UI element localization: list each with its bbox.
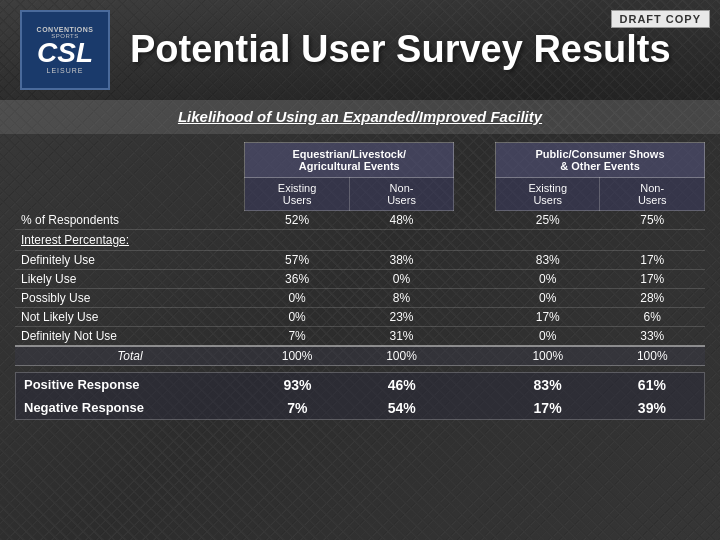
sub-spacer-2: [454, 178, 496, 211]
cell-defnot-spacer: [454, 327, 496, 347]
cell-pos-eq-exist: 0%: [245, 289, 349, 308]
col-public-nonusers: Non- Users: [600, 178, 705, 211]
cell-def-pub-exist: 83%: [496, 251, 600, 270]
cell-total-eq-non: 100%: [349, 346, 453, 366]
cell-neg-resp-pub-exist: 17%: [495, 396, 599, 419]
page-title: Potential User Survey Results: [130, 29, 671, 71]
logo-leisure: LEISURE: [47, 67, 84, 74]
label-not-likely-use: Not Likely Use: [15, 308, 245, 327]
cell-total-pub-non: 100%: [600, 346, 705, 366]
cell-defnot-pub-non: 33%: [600, 327, 705, 347]
cell-lik-pub-exist: 0%: [496, 270, 600, 289]
row-total: Total 100% 100% 100% 100%: [15, 346, 705, 366]
cell-pos-resp-pub-exist: 83%: [495, 373, 599, 396]
cell-total-spacer: [454, 346, 496, 366]
subtitle: Likelihood of Using an Expanded/Improved…: [178, 108, 542, 125]
row-definitely-not-use: Definitely Not Use 7% 31% 0% 33%: [15, 327, 705, 347]
cell-notlik-eq-non: 23%: [349, 308, 453, 327]
cell-pos-resp-eq-non: 46%: [350, 373, 454, 396]
row-pct-respondents: % of Respondents 52% 48% 25% 75%: [15, 211, 705, 230]
cell-total-pub-exist: 100%: [496, 346, 600, 366]
bottom-section: Positive Response 93% 46% 83% 61% Negati…: [15, 372, 705, 420]
logo-conventions: CONVENTIONS: [37, 26, 94, 33]
cell-pos-eq-non: 8%: [349, 289, 453, 308]
col-equestrian-existing: Existing Users: [245, 178, 349, 211]
col-equestrian-nonusers: Non- Users: [349, 178, 453, 211]
cell-def-pub-non: 17%: [600, 251, 705, 270]
cell-pct-spacer: [454, 211, 496, 230]
cell-pct-pub-non: 75%: [600, 211, 705, 230]
cell-pos-resp-eq-exist: 93%: [245, 373, 349, 396]
cell-pct-pub-exist: 25%: [496, 211, 600, 230]
label-possibly-use: Possibly Use: [15, 289, 245, 308]
cell-notlik-eq-exist: 0%: [245, 308, 349, 327]
content-area: Likelihood of Using an Expanded/Improved…: [0, 100, 720, 540]
cell-pos-resp-pub-non: 61%: [600, 373, 704, 396]
header-title: Potential User Survey Results: [130, 29, 700, 71]
cell-notlik-spacer: [454, 308, 496, 327]
logo-csl: CSL: [37, 39, 93, 67]
cell-def-eq-non: 38%: [349, 251, 453, 270]
row-negative-response: Negative Response 7% 54% 17% 39%: [16, 396, 704, 419]
cell-total-eq-exist: 100%: [245, 346, 349, 366]
cell-pct-eq-non: 48%: [349, 211, 453, 230]
row-positive-response: Positive Response 93% 46% 83% 61%: [16, 373, 704, 396]
subtitle-bar: Likelihood of Using an Expanded/Improved…: [0, 100, 720, 134]
cell-neg-resp-pub-non: 39%: [600, 396, 704, 419]
cell-lik-spacer: [454, 270, 496, 289]
cell-defnot-eq-non: 31%: [349, 327, 453, 347]
col-group-public: Public/Consumer Shows & Other Events: [496, 143, 705, 178]
cell-lik-eq-non: 0%: [349, 270, 453, 289]
survey-table: Equestrian/Livestock/ Agricultural Event…: [15, 142, 705, 366]
header-spacer-1: [15, 143, 245, 178]
label-definitely-use: Definitely Use: [15, 251, 245, 270]
draft-badge: DRAFT COPY: [611, 10, 711, 28]
cell-neg-resp-eq-non: 54%: [350, 396, 454, 419]
bottom-table: Positive Response 93% 46% 83% 61% Negati…: [16, 373, 704, 419]
cell-defnot-pub-exist: 0%: [496, 327, 600, 347]
cell-def-eq-exist: 57%: [245, 251, 349, 270]
sub-spacer-1: [15, 178, 245, 211]
header-spacer-2: [454, 143, 496, 178]
cell-def-spacer: [454, 251, 496, 270]
label-interest-header: Interest Percentage:: [15, 230, 705, 251]
row-definitely-use: Definitely Use 57% 38% 83% 17%: [15, 251, 705, 270]
label-pct-respondents: % of Respondents: [15, 211, 245, 230]
cell-pos-spacer: [454, 289, 496, 308]
row-possibly-use: Possibly Use 0% 8% 0% 28%: [15, 289, 705, 308]
label-negative-response: Negative Response: [16, 396, 245, 419]
cell-pos-pub-non: 28%: [600, 289, 705, 308]
label-total: Total: [15, 346, 245, 366]
cell-neg-resp-spacer: [454, 396, 496, 419]
cell-notlik-pub-non: 6%: [600, 308, 705, 327]
cell-pos-pub-exist: 0%: [496, 289, 600, 308]
label-definitely-not-use: Definitely Not Use: [15, 327, 245, 347]
label-positive-response: Positive Response: [16, 373, 245, 396]
logo-area: CONVENTIONS SPORTS CSL LEISURE: [20, 10, 110, 90]
cell-pct-eq-exist: 52%: [245, 211, 349, 230]
main-table-container: Equestrian/Livestock/ Agricultural Event…: [0, 134, 720, 428]
label-likely-use: Likely Use: [15, 270, 245, 289]
cell-lik-eq-exist: 36%: [245, 270, 349, 289]
cell-neg-resp-eq-exist: 7%: [245, 396, 349, 419]
cell-pos-resp-spacer: [454, 373, 496, 396]
col-public-existing: Existing Users: [496, 178, 600, 211]
cell-notlik-pub-exist: 17%: [496, 308, 600, 327]
row-interest-header: Interest Percentage:: [15, 230, 705, 251]
col-group-equestrian: Equestrian/Livestock/ Agricultural Event…: [245, 143, 454, 178]
row-likely-use: Likely Use 36% 0% 0% 17%: [15, 270, 705, 289]
logo-box: CONVENTIONS SPORTS CSL LEISURE: [20, 10, 110, 90]
cell-defnot-eq-exist: 7%: [245, 327, 349, 347]
cell-lik-pub-non: 17%: [600, 270, 705, 289]
row-not-likely-use: Not Likely Use 0% 23% 17% 6%: [15, 308, 705, 327]
